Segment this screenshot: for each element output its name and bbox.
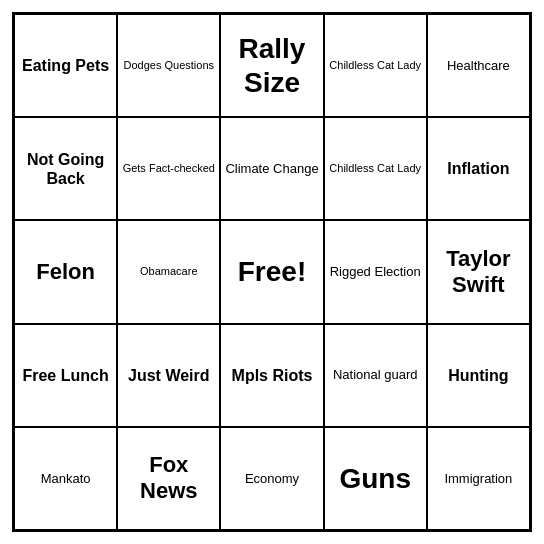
cell-label: Childless Cat Lady xyxy=(329,162,421,175)
bingo-cell-r2c2: Free! xyxy=(220,220,323,323)
cell-label: Rigged Election xyxy=(330,264,421,280)
cell-label: National guard xyxy=(333,367,418,383)
cell-label: Just Weird xyxy=(128,366,210,385)
cell-label: Healthcare xyxy=(447,58,510,74)
cell-label: Mpls Riots xyxy=(232,366,313,385)
bingo-cell-r4c1: Fox News xyxy=(117,427,220,530)
bingo-cell-r1c0: Not Going Back xyxy=(14,117,117,220)
cell-label: Felon xyxy=(36,259,95,285)
bingo-cell-r3c0: Free Lunch xyxy=(14,324,117,427)
cell-label: Guns xyxy=(339,462,411,496)
cell-label: Childless Cat Lady xyxy=(329,59,421,72)
cell-label: Hunting xyxy=(448,366,508,385)
bingo-cell-r4c4: Immigration xyxy=(427,427,530,530)
cell-label: Free! xyxy=(238,255,306,289)
cell-label: Free Lunch xyxy=(22,366,108,385)
bingo-cell-r4c0: Mankato xyxy=(14,427,117,530)
cell-label: Dodges Questions xyxy=(124,59,215,72)
cell-label: Gets Fact-checked xyxy=(123,162,215,175)
bingo-cell-r1c2: Climate Change xyxy=(220,117,323,220)
bingo-cell-r0c2: Rally Size xyxy=(220,14,323,117)
cell-label: Immigration xyxy=(444,471,512,487)
bingo-cell-r1c3: Childless Cat Lady xyxy=(324,117,427,220)
bingo-cell-r2c4: Taylor Swift xyxy=(427,220,530,323)
cell-label: Inflation xyxy=(447,159,509,178)
bingo-cell-r0c1: Dodges Questions xyxy=(117,14,220,117)
cell-label: Eating Pets xyxy=(22,56,109,75)
bingo-cell-r0c4: Healthcare xyxy=(427,14,530,117)
bingo-cell-r2c1: Obamacare xyxy=(117,220,220,323)
bingo-cell-r3c1: Just Weird xyxy=(117,324,220,427)
cell-label: Obamacare xyxy=(140,265,197,278)
cell-label: Climate Change xyxy=(225,161,318,177)
bingo-cell-r0c0: Eating Pets xyxy=(14,14,117,117)
cell-label: Rally Size xyxy=(225,32,318,99)
cell-label: Not Going Back xyxy=(19,150,112,188)
bingo-cell-r2c0: Felon xyxy=(14,220,117,323)
cell-label: Taylor Swift xyxy=(432,246,525,299)
bingo-cell-r0c3: Childless Cat Lady xyxy=(324,14,427,117)
bingo-cell-r3c3: National guard xyxy=(324,324,427,427)
cell-label: Economy xyxy=(245,471,299,487)
bingo-cell-r1c4: Inflation xyxy=(427,117,530,220)
bingo-card: Eating PetsDodges QuestionsRally SizeChi… xyxy=(12,12,532,532)
bingo-cell-r1c1: Gets Fact-checked xyxy=(117,117,220,220)
bingo-cell-r2c3: Rigged Election xyxy=(324,220,427,323)
bingo-cell-r3c4: Hunting xyxy=(427,324,530,427)
cell-label: Fox News xyxy=(122,452,215,505)
cell-label: Mankato xyxy=(41,471,91,487)
bingo-cell-r3c2: Mpls Riots xyxy=(220,324,323,427)
bingo-cell-r4c3: Guns xyxy=(324,427,427,530)
bingo-cell-r4c2: Economy xyxy=(220,427,323,530)
